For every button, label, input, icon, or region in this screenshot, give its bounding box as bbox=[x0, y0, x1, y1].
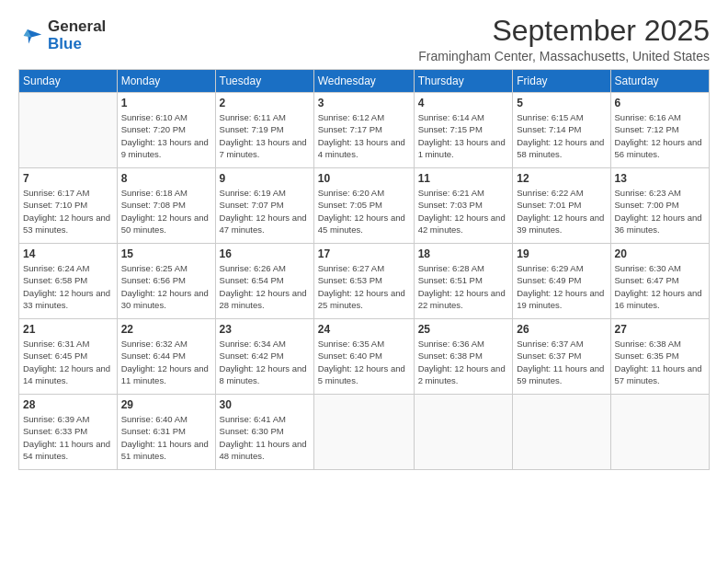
calendar-cell: 23Sunrise: 6:34 AMSunset: 6:42 PMDayligh… bbox=[215, 319, 313, 395]
day-info: Sunrise: 6:27 AMSunset: 6:53 PMDaylight:… bbox=[318, 262, 410, 311]
day-number: 9 bbox=[220, 172, 310, 185]
day-number: 28 bbox=[23, 398, 113, 411]
day-number: 2 bbox=[220, 97, 310, 109]
day-info: Sunrise: 6:19 AMSunset: 7:07 PMDaylight:… bbox=[220, 187, 310, 236]
calendar-cell: 19Sunrise: 6:29 AMSunset: 6:49 PMDayligh… bbox=[513, 244, 610, 319]
calendar-cell: 21Sunrise: 6:31 AMSunset: 6:45 PMDayligh… bbox=[19, 319, 118, 395]
calendar-cell: 13Sunrise: 6:23 AMSunset: 7:00 PMDayligh… bbox=[610, 168, 709, 244]
day-number: 6 bbox=[615, 97, 705, 109]
day-info: Sunrise: 6:32 AMSunset: 6:44 PMDaylight:… bbox=[121, 338, 211, 386]
day-info: Sunrise: 6:14 AMSunset: 7:15 PMDaylight:… bbox=[418, 111, 509, 160]
day-info: Sunrise: 6:41 AMSunset: 6:30 PMDaylight:… bbox=[220, 413, 310, 462]
calendar-cell: 7Sunrise: 6:17 AMSunset: 7:10 PMDaylight… bbox=[19, 168, 118, 244]
weekday-header-friday: Friday bbox=[513, 70, 610, 93]
header: General Blue September 2025 Framingham C… bbox=[18, 15, 710, 63]
calendar-cell: 6Sunrise: 6:16 AMSunset: 7:12 PMDaylight… bbox=[610, 93, 709, 168]
calendar-cell bbox=[610, 395, 709, 470]
calendar-cell: 25Sunrise: 6:36 AMSunset: 6:38 PMDayligh… bbox=[414, 319, 513, 395]
day-number: 17 bbox=[318, 247, 410, 260]
day-number: 7 bbox=[23, 172, 113, 185]
day-info: Sunrise: 6:17 AMSunset: 7:10 PMDaylight:… bbox=[23, 187, 113, 236]
logo: General Blue bbox=[18, 18, 106, 52]
day-info: Sunrise: 6:26 AMSunset: 6:54 PMDaylight:… bbox=[220, 262, 310, 311]
day-number: 12 bbox=[517, 172, 606, 185]
day-info: Sunrise: 6:18 AMSunset: 7:08 PMDaylight:… bbox=[121, 187, 211, 236]
day-number: 5 bbox=[517, 97, 606, 109]
day-number: 8 bbox=[121, 172, 211, 185]
calendar-cell: 9Sunrise: 6:19 AMSunset: 7:07 PMDaylight… bbox=[215, 168, 313, 244]
calendar-cell: 3Sunrise: 6:12 AMSunset: 7:17 PMDaylight… bbox=[313, 93, 414, 168]
calendar-cell: 15Sunrise: 6:25 AMSunset: 6:56 PMDayligh… bbox=[117, 244, 215, 319]
calendar-cell: 30Sunrise: 6:41 AMSunset: 6:30 PMDayligh… bbox=[215, 395, 313, 470]
day-number: 22 bbox=[121, 323, 211, 336]
day-info: Sunrise: 6:21 AMSunset: 7:03 PMDaylight:… bbox=[418, 187, 509, 236]
calendar-cell: 5Sunrise: 6:15 AMSunset: 7:14 PMDaylight… bbox=[513, 93, 610, 168]
day-info: Sunrise: 6:20 AMSunset: 7:05 PMDaylight:… bbox=[318, 187, 410, 236]
weekday-header-sunday: Sunday bbox=[19, 70, 118, 93]
day-info: Sunrise: 6:11 AMSunset: 7:19 PMDaylight:… bbox=[220, 111, 310, 160]
calendar-cell: 16Sunrise: 6:26 AMSunset: 6:54 PMDayligh… bbox=[215, 244, 313, 319]
day-number: 13 bbox=[615, 172, 705, 185]
day-info: Sunrise: 6:40 AMSunset: 6:31 PMDaylight:… bbox=[121, 413, 211, 462]
title-area: September 2025 Framingham Center, Massac… bbox=[418, 15, 710, 63]
day-number: 16 bbox=[220, 247, 310, 260]
calendar-cell: 2Sunrise: 6:11 AMSunset: 7:19 PMDaylight… bbox=[215, 93, 313, 168]
day-info: Sunrise: 6:22 AMSunset: 7:01 PMDaylight:… bbox=[517, 187, 606, 236]
calendar-page: General Blue September 2025 Framingham C… bbox=[0, 0, 728, 563]
location-title: Framingham Center, Massachusetts, United… bbox=[418, 49, 710, 63]
calendar-cell: 24Sunrise: 6:35 AMSunset: 6:40 PMDayligh… bbox=[313, 319, 414, 395]
day-number: 25 bbox=[418, 323, 509, 336]
weekday-header-saturday: Saturday bbox=[610, 70, 709, 93]
day-number: 14 bbox=[23, 247, 113, 260]
day-info: Sunrise: 6:24 AMSunset: 6:58 PMDaylight:… bbox=[23, 262, 113, 311]
calendar-cell: 1Sunrise: 6:10 AMSunset: 7:20 PMDaylight… bbox=[117, 93, 215, 168]
day-number: 23 bbox=[220, 323, 310, 336]
day-info: Sunrise: 6:15 AMSunset: 7:14 PMDaylight:… bbox=[517, 111, 606, 160]
weekday-header-tuesday: Tuesday bbox=[215, 70, 313, 93]
day-info: Sunrise: 6:34 AMSunset: 6:42 PMDaylight:… bbox=[220, 338, 310, 386]
day-info: Sunrise: 6:37 AMSunset: 6:37 PMDaylight:… bbox=[517, 338, 606, 386]
calendar-cell bbox=[313, 395, 414, 470]
logo-icon bbox=[18, 23, 44, 49]
calendar-cell bbox=[513, 395, 610, 470]
calendar-cell bbox=[414, 395, 513, 470]
day-info: Sunrise: 6:31 AMSunset: 6:45 PMDaylight:… bbox=[23, 338, 113, 386]
day-number: 24 bbox=[318, 323, 410, 336]
calendar-cell: 12Sunrise: 6:22 AMSunset: 7:01 PMDayligh… bbox=[513, 168, 610, 244]
calendar-cell: 22Sunrise: 6:32 AMSunset: 6:44 PMDayligh… bbox=[117, 319, 215, 395]
day-number: 15 bbox=[121, 247, 211, 260]
calendar-cell: 28Sunrise: 6:39 AMSunset: 6:33 PMDayligh… bbox=[19, 395, 118, 470]
day-info: Sunrise: 6:35 AMSunset: 6:40 PMDaylight:… bbox=[318, 338, 410, 386]
day-number: 1 bbox=[121, 97, 211, 109]
logo-text: General Blue bbox=[48, 18, 106, 52]
day-number: 30 bbox=[220, 398, 310, 411]
calendar-cell: 10Sunrise: 6:20 AMSunset: 7:05 PMDayligh… bbox=[313, 168, 414, 244]
day-info: Sunrise: 6:10 AMSunset: 7:20 PMDaylight:… bbox=[121, 111, 211, 160]
calendar-cell: 20Sunrise: 6:30 AMSunset: 6:47 PMDayligh… bbox=[610, 244, 709, 319]
day-number: 19 bbox=[517, 247, 606, 260]
calendar-cell: 29Sunrise: 6:40 AMSunset: 6:31 PMDayligh… bbox=[117, 395, 215, 470]
calendar-cell: 14Sunrise: 6:24 AMSunset: 6:58 PMDayligh… bbox=[19, 244, 118, 319]
day-number: 10 bbox=[318, 172, 410, 185]
day-info: Sunrise: 6:36 AMSunset: 6:38 PMDaylight:… bbox=[418, 338, 509, 386]
calendar-cell: 11Sunrise: 6:21 AMSunset: 7:03 PMDayligh… bbox=[414, 168, 513, 244]
weekday-header-monday: Monday bbox=[117, 70, 215, 93]
day-number: 11 bbox=[418, 172, 509, 185]
weekday-header-wednesday: Wednesday bbox=[313, 70, 414, 93]
day-number: 29 bbox=[121, 398, 211, 411]
day-info: Sunrise: 6:28 AMSunset: 6:51 PMDaylight:… bbox=[418, 262, 509, 311]
calendar-cell: 27Sunrise: 6:38 AMSunset: 6:35 PMDayligh… bbox=[610, 319, 709, 395]
day-info: Sunrise: 6:23 AMSunset: 7:00 PMDaylight:… bbox=[615, 187, 705, 236]
calendar-cell bbox=[19, 93, 118, 168]
day-info: Sunrise: 6:16 AMSunset: 7:12 PMDaylight:… bbox=[615, 111, 705, 160]
day-info: Sunrise: 6:30 AMSunset: 6:47 PMDaylight:… bbox=[615, 262, 705, 311]
calendar-cell: 26Sunrise: 6:37 AMSunset: 6:37 PMDayligh… bbox=[513, 319, 610, 395]
day-info: Sunrise: 6:12 AMSunset: 7:17 PMDaylight:… bbox=[318, 111, 410, 160]
day-info: Sunrise: 6:38 AMSunset: 6:35 PMDaylight:… bbox=[615, 338, 705, 386]
day-number: 4 bbox=[418, 97, 509, 109]
month-title: September 2025 bbox=[418, 15, 710, 47]
calendar-cell: 8Sunrise: 6:18 AMSunset: 7:08 PMDaylight… bbox=[117, 168, 215, 244]
day-info: Sunrise: 6:39 AMSunset: 6:33 PMDaylight:… bbox=[23, 413, 113, 462]
day-number: 20 bbox=[615, 247, 705, 260]
calendar-cell: 18Sunrise: 6:28 AMSunset: 6:51 PMDayligh… bbox=[414, 244, 513, 319]
